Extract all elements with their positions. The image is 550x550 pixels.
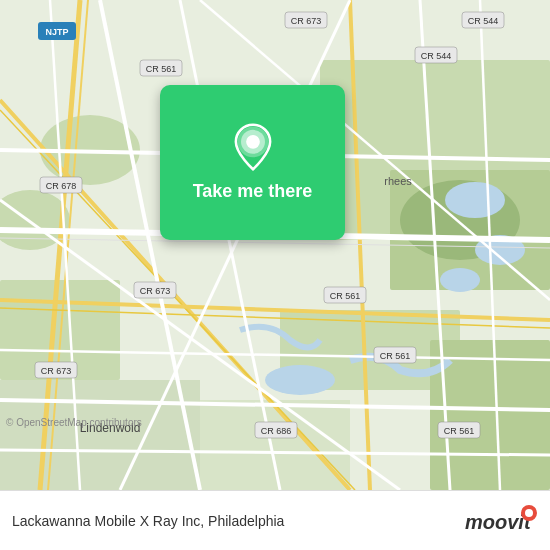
svg-text:CR 561: CR 561 (146, 64, 177, 74)
take-me-there-label: Take me there (193, 181, 313, 202)
svg-text:CR 561: CR 561 (380, 351, 411, 361)
svg-text:NJTP: NJTP (45, 27, 68, 37)
svg-text:CR 678: CR 678 (46, 181, 77, 191)
svg-text:CR 673: CR 673 (140, 286, 171, 296)
svg-text:CR 673: CR 673 (291, 16, 322, 26)
svg-text:CR 561: CR 561 (330, 291, 361, 301)
moovit-logo-svg: moovit (463, 503, 538, 538)
svg-text:CR 544: CR 544 (421, 51, 452, 61)
copyright-text: © OpenStreetMap contributors (6, 417, 142, 428)
svg-rect-10 (200, 400, 350, 490)
take-me-there-button[interactable]: Take me there (160, 85, 345, 240)
svg-point-46 (525, 509, 533, 517)
svg-text:rhees: rhees (384, 175, 412, 187)
map-container: NJTP CR 673 CR 544 CR 561 CR 544 CR 678 … (0, 0, 550, 490)
svg-text:CR 686: CR 686 (261, 426, 292, 436)
svg-text:CR 561: CR 561 (444, 426, 475, 436)
svg-point-13 (440, 268, 480, 292)
location-pin-icon (229, 123, 277, 171)
svg-point-11 (445, 182, 505, 218)
svg-point-43 (246, 135, 260, 149)
svg-point-14 (265, 365, 335, 395)
moovit-logo: moovit (463, 503, 538, 538)
svg-text:CR 544: CR 544 (468, 16, 499, 26)
bottom-bar: Lackawanna Mobile X Ray Inc, Philadelphi… (0, 490, 550, 550)
svg-rect-9 (0, 380, 200, 490)
svg-text:CR 673: CR 673 (41, 366, 72, 376)
place-name: Lackawanna Mobile X Ray Inc, Philadelphi… (12, 513, 463, 529)
